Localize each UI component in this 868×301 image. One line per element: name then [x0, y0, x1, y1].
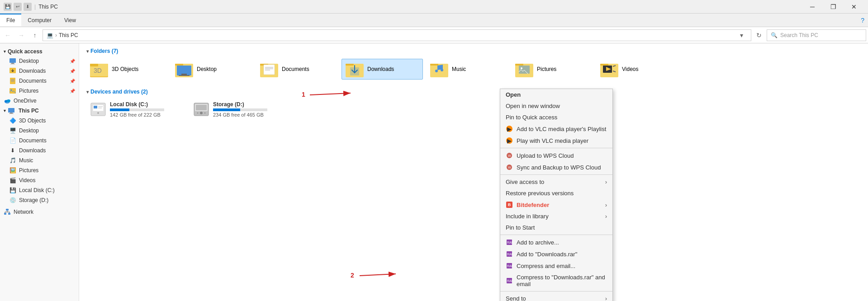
ctx-include-library[interactable]: Include in library ›	[500, 211, 612, 222]
sidebar-item-documents-pc[interactable]: 📄 Documents	[0, 136, 79, 146]
svg-rect-40	[346, 64, 354, 66]
ctx-vlc-play[interactable]: ▶ Play with VLC media player	[500, 135, 612, 146]
pin-icon-dl: 📌	[70, 69, 75, 74]
drive-item-d[interactable]: Storage (D:) 234 GB free of 465 GB	[190, 99, 289, 119]
ctx-open-new-window[interactable]: Open in new window	[500, 100, 612, 112]
sidebar-item-pictures-pc[interactable]: 🖼️ Pictures	[0, 165, 79, 175]
ctx-add-downloads-rar[interactable]: RAR Add to "Downloads.rar"	[500, 248, 612, 260]
address-icon: 💻	[47, 32, 53, 38]
ctx-vlc-play-label: Play with VLC media player	[517, 137, 588, 144]
svg-text:RAR: RAR	[507, 241, 512, 244]
sidebar-item-music-label: Music	[19, 157, 33, 164]
drive-c-info: Local Disk (C:) 142 GB free of 222 GB	[110, 101, 182, 118]
up-button[interactable]: ↑	[29, 29, 41, 41]
ctx-open[interactable]: Open	[500, 89, 612, 100]
sidebar-item-pictures[interactable]: Pictures 📌	[0, 86, 79, 96]
ctx-upload-wps[interactable]: W Upload to WPS Cloud	[500, 150, 612, 161]
folder-downloads-name: Downloads	[367, 66, 394, 72]
refresh-button[interactable]: ↻	[753, 29, 765, 41]
pin-icon-pic: 📌	[70, 89, 75, 94]
folder-item-downloads[interactable]: Downloads	[342, 59, 423, 80]
devices-section: ▾ Devices and drives (2) Local Disk (	[86, 89, 861, 119]
ctx-pin-start[interactable]: Pin to Start	[500, 222, 612, 233]
properties-icon[interactable]: ⬇	[24, 3, 32, 11]
folders-title: Folders (7)	[90, 48, 118, 54]
folder-item-pictures[interactable]: Pictures	[512, 59, 593, 80]
sidebar-item-storage[interactable]: 💿 Storage (D:)	[0, 195, 79, 205]
title-bar-left: 💾 ↩ ⬇ | This PC	[4, 3, 58, 11]
sidebar-item-music[interactable]: 🎵 Music	[0, 155, 79, 165]
folder-item-3dobjects[interactable]: 3D 3D Objects	[86, 59, 168, 80]
sidebar-quick-access-header[interactable]: ▾ Quick access	[0, 47, 79, 56]
submenu-arrow-access: ›	[605, 179, 607, 185]
ctx-pin-quick-access[interactable]: Pin to Quick access	[500, 112, 612, 123]
sidebar-item-documents[interactable]: Documents 📌	[0, 76, 79, 86]
local-disk-c-icon	[90, 101, 106, 118]
svg-rect-8	[9, 88, 16, 94]
ctx-restore-versions[interactable]: Restore previous versions	[500, 188, 612, 199]
tab-file[interactable]: File	[0, 14, 21, 26]
folder-item-documents[interactable]: Documents	[256, 59, 338, 80]
window-controls: ─ ❐ ✕	[802, 0, 864, 14]
folder-item-videos[interactable]: Videos	[597, 59, 678, 80]
svg-rect-26	[90, 64, 98, 65]
sidebar-item-videos[interactable]: 🎬 Videos	[0, 175, 79, 185]
folder-item-desktop[interactable]: Desktop	[171, 59, 253, 80]
ctx-send-to-label: Send to	[506, 295, 526, 301]
ctx-compress-email[interactable]: RAR Compress and email...	[500, 260, 612, 272]
forward-button[interactable]: →	[15, 29, 27, 41]
ctx-bitdefender[interactable]: B Bitdefender ›	[500, 199, 612, 211]
folder-pictures-name: Pictures	[537, 66, 556, 72]
sidebar-item-downloads-label: Downloads	[19, 68, 46, 74]
desktop-pc-icon: 🖥️	[9, 127, 16, 134]
ctx-give-access-label: Give access to	[506, 179, 544, 185]
svg-rect-32	[179, 75, 190, 76]
desktop-icon	[9, 57, 16, 65]
drive-c-space: 142 GB free of 222 GB	[110, 112, 182, 118]
back-button[interactable]: ←	[2, 29, 14, 41]
close-button[interactable]: ✕	[844, 0, 864, 14]
drive-item-c[interactable]: Local Disk (C:) 142 GB free of 222 GB	[86, 99, 186, 119]
tab-view[interactable]: View	[58, 14, 82, 26]
svg-point-61	[97, 112, 99, 114]
svg-rect-2	[10, 64, 15, 64]
sidebar-item-desktop[interactable]: Desktop 📌	[0, 56, 79, 66]
svg-text:RAR: RAR	[507, 279, 512, 282]
svg-rect-43	[430, 64, 438, 66]
address-dropdown[interactable]: ▾	[735, 29, 747, 41]
main-layout: ▾ Quick access Desktop 📌 Downloads 📌 Doc…	[0, 43, 868, 301]
address-path[interactable]: 💻 › This PC ▾	[43, 29, 751, 41]
downloads-pc-icon: ⬇	[9, 147, 16, 154]
undo-icon[interactable]: ↩	[14, 3, 22, 11]
sidebar-item-local-disk[interactable]: 💾 Local Disk (C:)	[0, 185, 79, 195]
sidebar-item-desktop-pc[interactable]: 🖥️ Desktop	[0, 126, 79, 136]
network-icon	[4, 208, 11, 216]
svg-text:RAR: RAR	[507, 253, 512, 256]
annotation-2-svg: 2	[79, 260, 868, 287]
search-bar[interactable]: 🔍 Search This PC	[767, 29, 866, 41]
pin-icon-doc: 📌	[70, 79, 75, 84]
restore-button[interactable]: ❐	[823, 0, 844, 14]
minimize-button[interactable]: ─	[802, 0, 823, 14]
ctx-vlc-playlist[interactable]: ▶ Add to VLC media player's Playlist	[500, 123, 612, 135]
folder-3dobjects-icon: 3D	[90, 61, 108, 77]
ctx-compress-rar-email[interactable]: RAR Compress to "Downloads.rar" and emai…	[500, 272, 612, 290]
ctx-give-access[interactable]: Give access to ›	[500, 176, 612, 188]
tab-computer[interactable]: Computer	[21, 14, 58, 26]
save-icon[interactable]: 💾	[4, 3, 12, 11]
folder-videos-name: Videos	[622, 66, 638, 72]
ctx-sync-wps[interactable]: W Sync and Backup to WPS Cloud	[500, 161, 612, 173]
folder-videos-icon	[600, 61, 618, 77]
drive-c-bar-fill	[110, 108, 129, 111]
ctx-send-to[interactable]: Send to ›	[500, 293, 612, 301]
ctx-pin-quick-access-label: Pin to Quick access	[506, 114, 557, 121]
folder-item-music[interactable]: Music	[427, 59, 508, 80]
sidebar-this-pc-header[interactable]: ▾ This PC	[0, 106, 79, 116]
help-icon[interactable]: ?	[861, 17, 864, 24]
sidebar-item-downloads-pc[interactable]: ⬇ Downloads	[0, 146, 79, 155]
sidebar-item-onedrive[interactable]: OneDrive	[0, 96, 79, 106]
sidebar-item-3dobjects[interactable]: 🔷 3D Objects	[0, 116, 79, 126]
sidebar-item-downloads[interactable]: Downloads 📌	[0, 66, 79, 76]
ctx-add-archive[interactable]: RAR Add to archive...	[500, 236, 612, 248]
sidebar-item-network[interactable]: Network	[0, 207, 79, 217]
